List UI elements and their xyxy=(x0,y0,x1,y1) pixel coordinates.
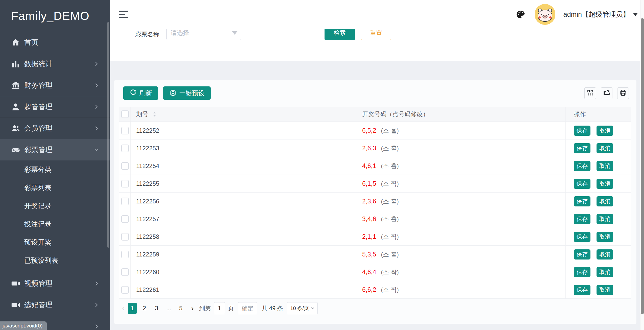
cancel-button[interactable]: 取消 xyxy=(597,285,613,295)
goto-page-input[interactable] xyxy=(214,302,225,314)
row-checkbox[interactable] xyxy=(121,215,129,223)
page-button-2[interactable]: 2 xyxy=(140,303,149,314)
column-display-button[interactable] xyxy=(584,87,596,99)
sort-icon[interactable] xyxy=(151,111,158,117)
draw-attributes: (소 홀) xyxy=(379,144,399,152)
row-checkbox[interactable] xyxy=(121,286,129,294)
goto-confirm-button[interactable]: 确定 xyxy=(238,302,257,314)
table-row: 1122253 2,6,3 (소 홀) 保存 取消 xyxy=(119,139,631,157)
sidebar-item-2[interactable]: 财务管理 xyxy=(0,75,110,96)
draw-numbers[interactable]: 4,6,4 xyxy=(362,268,376,276)
cancel-button[interactable]: 取消 xyxy=(597,232,613,242)
gamepad-icon xyxy=(11,145,20,154)
print-button[interactable] xyxy=(617,87,629,99)
draw-numbers[interactable]: 5,3,5 xyxy=(362,251,376,258)
save-button[interactable]: 保存 xyxy=(574,126,590,136)
sidebar-subitem-5[interactable]: 已预设列表 xyxy=(0,251,110,270)
page-size-select[interactable]: 10 条/页 xyxy=(287,302,317,314)
sidebar-subitem-1[interactable]: 彩票列表 xyxy=(0,179,110,197)
draw-numbers[interactable]: 2,1,1 xyxy=(362,233,376,240)
draw-numbers[interactable]: 6,6,2 xyxy=(362,286,376,293)
row-checkbox[interactable] xyxy=(121,251,129,258)
main-area: admin【超级管理员】 彩票名称 请选择 检索 重置 刷新 一键 xyxy=(110,0,644,330)
select-all-checkbox[interactable] xyxy=(121,110,129,118)
sidebar-subitem-3[interactable]: 投注记录 xyxy=(0,215,110,233)
draw-numbers[interactable]: 3,4,6 xyxy=(362,215,376,223)
theme-palette-icon[interactable] xyxy=(515,9,526,19)
cancel-button[interactable]: 取消 xyxy=(597,214,613,224)
sidebar-subitem-0[interactable]: 彩票分类 xyxy=(0,160,110,179)
next-page-icon[interactable]: › xyxy=(191,304,194,313)
page-button-5[interactable]: 5 xyxy=(177,303,185,314)
table-row: 1122260 4,6,4 (소 짝) 保存 取消 xyxy=(119,263,631,281)
table-row: 1122258 2,1,1 (소 짝) 保存 取消 xyxy=(119,228,631,246)
one-key-preset-button[interactable]: 一键预设 xyxy=(163,86,211,100)
status-link-preview: javascript:void(0) xyxy=(0,321,47,330)
username[interactable]: admin【超级管理员】 xyxy=(563,10,630,19)
page-button-3[interactable]: 3 xyxy=(152,303,161,314)
sidebar-item-6[interactable]: 视频管理 xyxy=(0,273,110,294)
issue-number: 1122258 xyxy=(136,233,159,240)
row-checkbox[interactable] xyxy=(121,127,129,134)
sidebar-item-7[interactable]: 选妃管理 xyxy=(0,294,110,316)
columns-icon xyxy=(586,89,594,98)
prev-page-icon[interactable]: ‹ xyxy=(122,304,125,313)
cancel-button[interactable]: 取消 xyxy=(597,126,613,136)
cancel-button[interactable]: 取消 xyxy=(597,161,613,171)
save-button[interactable]: 保存 xyxy=(574,285,590,295)
sidebar-item-5[interactable]: 彩票管理 xyxy=(0,139,110,160)
sidebar-item-4[interactable]: 会员管理 xyxy=(0,117,110,139)
user-avatar[interactable] xyxy=(535,4,555,25)
row-checkbox[interactable] xyxy=(121,145,129,152)
menu-toggle-icon[interactable] xyxy=(119,11,128,18)
reset-button[interactable]: 重置 xyxy=(361,29,391,40)
draw-numbers[interactable]: 2,6,3 xyxy=(362,145,376,152)
bank-icon xyxy=(11,81,20,90)
chevron-right-icon xyxy=(94,104,99,110)
page-scrollbar[interactable] xyxy=(640,0,644,330)
home-icon xyxy=(11,38,20,47)
cancel-button[interactable]: 取消 xyxy=(597,179,613,189)
save-button[interactable]: 保存 xyxy=(574,214,590,224)
cancel-button[interactable]: 取消 xyxy=(597,196,613,206)
row-checkbox[interactable] xyxy=(121,180,129,187)
page-scrollbar-thumb[interactable] xyxy=(641,18,644,314)
save-button[interactable]: 保存 xyxy=(574,249,590,260)
page-button-1[interactable]: 1 xyxy=(128,303,137,314)
issue-number: 1122260 xyxy=(136,269,159,276)
save-button[interactable]: 保存 xyxy=(574,161,590,171)
issue-number: 1122252 xyxy=(136,127,159,134)
sidebar-item-0[interactable]: 首页 xyxy=(0,32,110,53)
draw-numbers[interactable]: 2,3,6 xyxy=(362,198,376,205)
cancel-button[interactable]: 取消 xyxy=(597,249,613,260)
refresh-button[interactable]: 刷新 xyxy=(123,86,158,100)
search-button[interactable]: 检索 xyxy=(325,29,355,40)
export-button[interactable] xyxy=(601,87,612,99)
issue-number: 1122254 xyxy=(136,162,159,170)
row-checkbox[interactable] xyxy=(121,233,129,241)
cancel-button[interactable]: 取消 xyxy=(597,143,613,153)
row-checkbox[interactable] xyxy=(121,268,129,276)
save-button[interactable]: 保存 xyxy=(574,196,590,206)
sidebar-scrollbar-thumb[interactable] xyxy=(107,22,109,248)
sidebar-item-3[interactable]: 超管管理 xyxy=(0,96,110,117)
sidebar-item-1[interactable]: 数据统计 xyxy=(0,53,110,75)
sidebar-subitem-4[interactable]: 预设开奖 xyxy=(0,233,110,251)
save-button[interactable]: 保存 xyxy=(574,232,590,242)
save-button[interactable]: 保存 xyxy=(574,179,590,189)
save-button[interactable]: 保存 xyxy=(574,143,590,153)
row-checkbox[interactable] xyxy=(121,162,129,170)
save-button[interactable]: 保存 xyxy=(574,267,590,277)
draw-numbers[interactable]: 6,1,5 xyxy=(362,180,376,187)
lottery-name-select[interactable]: 请选择 xyxy=(166,29,241,40)
draw-numbers[interactable]: 4,6,1 xyxy=(362,162,376,170)
sidebar-subitem-2[interactable]: 开奖记录 xyxy=(0,197,110,215)
user-dropdown-caret-icon[interactable] xyxy=(633,13,638,16)
issue-column-header[interactable]: 期号 xyxy=(136,110,148,118)
row-checkbox[interactable] xyxy=(121,198,129,205)
printer-icon xyxy=(619,89,627,98)
numbers-column-header: 开奖号码（点号码修改） xyxy=(362,110,429,118)
draw-numbers[interactable]: 6,5,2 xyxy=(362,127,376,134)
users-icon xyxy=(11,124,20,133)
cancel-button[interactable]: 取消 xyxy=(597,267,613,277)
